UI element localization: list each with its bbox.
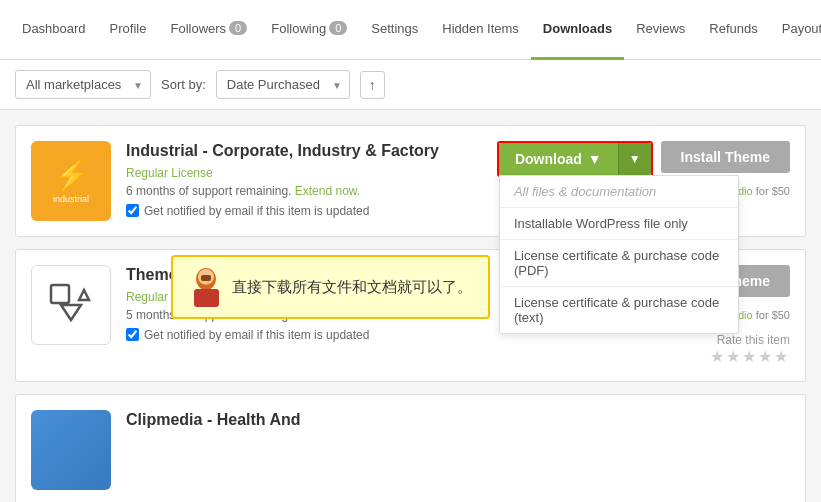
- nav-following-label: Following: [271, 21, 326, 36]
- industrial-install-theme-button[interactable]: Install Theme: [661, 141, 790, 173]
- industrial-title: Industrial - Corporate, Industry & Facto…: [126, 141, 482, 162]
- svg-rect-3: [201, 275, 211, 281]
- clipmedia-info: Clipmedia - Health And: [126, 410, 790, 435]
- clipmedia-thumbnail: [31, 410, 111, 490]
- tooltip-avatar: [189, 267, 224, 307]
- download-icon: ▼: [588, 151, 602, 167]
- nav-followers-label: Followers: [170, 21, 226, 36]
- nav-settings[interactable]: Settings: [359, 0, 430, 60]
- item-card-clipmedia: Clipmedia - Health And: [15, 394, 806, 502]
- tooltip-text: 直接下载所有文件和文档就可以了。: [232, 278, 472, 297]
- nav-dashboard[interactable]: Dashboard: [10, 0, 98, 60]
- followers-badge: 0: [229, 21, 247, 35]
- industrial-extend-link[interactable]: Extend now.: [295, 184, 360, 198]
- dd-cert-pdf[interactable]: License certificate & purchase code (PDF…: [500, 240, 738, 287]
- sort-select-wrapper: Date Purchased ▼: [216, 70, 350, 99]
- shapes-thumbnail: [31, 265, 111, 345]
- nav-hidden-items[interactable]: Hidden Items: [430, 0, 531, 60]
- industrial-label: industrial: [53, 194, 89, 204]
- marketplace-select[interactable]: All marketplaces: [15, 70, 151, 99]
- industrial-download-group: Download ▼ ▼ All files & documentation I…: [497, 141, 653, 177]
- dd-all-files[interactable]: All files & documentation: [500, 176, 738, 208]
- nav-payouts[interactable]: Payouts: [770, 0, 821, 60]
- shapes-notify-checkbox[interactable]: [126, 328, 139, 341]
- industrial-license[interactable]: Regular License: [126, 166, 482, 180]
- industrial-notify-checkbox[interactable]: [126, 204, 139, 217]
- sort-by-label: Sort by:: [161, 77, 206, 92]
- sort-asc-button[interactable]: ↑: [360, 71, 385, 99]
- main-content: ⚡ industrial Industrial - Corporate, Ind…: [0, 110, 821, 502]
- industrial-info: Industrial - Corporate, Industry & Facto…: [126, 141, 482, 218]
- following-badge: 0: [329, 21, 347, 35]
- tooltip-overlay: 直接下载所有文件和文档就可以了。: [171, 255, 490, 319]
- svg-rect-4: [51, 285, 69, 303]
- rate-section: Rate this item ★★★★★: [710, 333, 790, 366]
- industrial-notify: Get notified by email if this item is up…: [126, 204, 482, 218]
- svg-rect-1: [194, 289, 219, 307]
- nav-profile[interactable]: Profile: [98, 0, 159, 60]
- nav-followers[interactable]: Followers 0: [158, 0, 259, 60]
- nav-refunds[interactable]: Refunds: [697, 0, 769, 60]
- clipmedia-title: Clipmedia - Health And: [126, 410, 790, 431]
- industrial-actions: Download ▼ ▼ All files & documentation I…: [497, 141, 790, 197]
- shapes-svg: [46, 280, 96, 330]
- nav-reviews[interactable]: Reviews: [624, 0, 697, 60]
- nav-downloads[interactable]: Downloads: [531, 0, 624, 60]
- download-dropdown: All files & documentation Installable Wo…: [499, 175, 739, 334]
- industrial-support: 6 months of support remaining. Extend no…: [126, 184, 482, 198]
- sort-select[interactable]: Date Purchased: [216, 70, 350, 99]
- star-rating[interactable]: ★★★★★: [710, 347, 790, 366]
- dd-wp-file[interactable]: Installable WordPress file only: [500, 208, 738, 240]
- industrial-bolt-icon: ⚡: [54, 159, 89, 192]
- industrial-support-text: 6 months of support remaining.: [126, 184, 291, 198]
- item-card-industrial: ⚡ industrial Industrial - Corporate, Ind…: [15, 125, 806, 237]
- industrial-download-arrow[interactable]: ▼: [618, 143, 651, 175]
- filter-toolbar: All marketplaces ▼ Sort by: Date Purchas…: [0, 60, 821, 110]
- industrial-notify-label: Get notified by email if this item is up…: [144, 204, 369, 218]
- download-label: Download: [515, 151, 582, 167]
- nav-following[interactable]: Following 0: [259, 0, 359, 60]
- industrial-download-button[interactable]: Download ▼: [499, 143, 618, 175]
- top-navigation: Dashboard Profile Followers 0 Following …: [0, 0, 821, 60]
- shapes-notify-label: Get notified by email if this item is up…: [144, 328, 369, 342]
- svg-marker-5: [61, 305, 81, 320]
- svg-marker-6: [79, 290, 89, 300]
- shapes-notify: Get notified by email if this item is up…: [126, 328, 507, 342]
- marketplace-select-wrapper: All marketplaces ▼: [15, 70, 151, 99]
- rate-label: Rate this item: [710, 333, 790, 347]
- dd-cert-text[interactable]: License certificate & purchase code (tex…: [500, 287, 738, 333]
- industrial-thumbnail: ⚡ industrial: [31, 141, 111, 221]
